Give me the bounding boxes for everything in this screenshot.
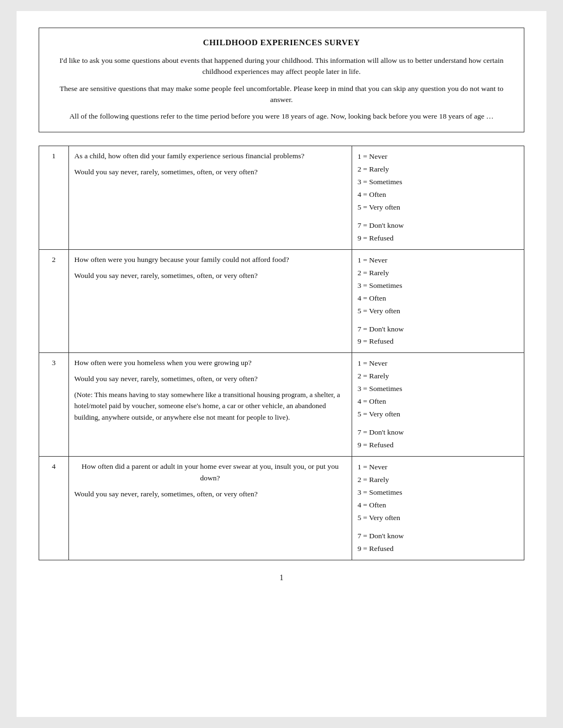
option: 9 = Refused — [358, 335, 518, 348]
answer-cell-4: 1 = Never 2 = Rarely 3 = Sometimes 4 = O… — [352, 456, 524, 560]
spacer — [358, 318, 518, 323]
answer-options-3: 1 = Never 2 = Rarely 3 = Sometimes 4 = O… — [358, 357, 518, 452]
option: 3 = Sometimes — [358, 280, 518, 292]
intro-box: CHILDHOOD EXPERIENCES SURVEY I'd like to… — [39, 28, 524, 132]
option: 2 = Rarely — [358, 163, 518, 176]
answer-cell-1: 1 = Never 2 = Rarely 3 = Sometimes 4 = O… — [352, 146, 524, 250]
question-cell-1: As a child, how often did your family ex… — [68, 146, 352, 250]
answer-options-2: 1 = Never 2 = Rarely 3 = Sometimes 4 = O… — [358, 254, 518, 349]
intro-p2: These are sensitive questions that may m… — [52, 83, 511, 106]
intro-p3: All of the following questions refer to … — [52, 111, 511, 122]
question-prompt-4: Would you say never, rarely, sometimes, … — [75, 489, 346, 500]
option: 5 = Very often — [358, 512, 518, 524]
option: 7 = Don't know — [358, 426, 518, 439]
spacer — [358, 214, 518, 220]
question-text-2: How often were you hungry because your f… — [75, 254, 346, 266]
option: 3 = Sometimes — [358, 486, 518, 499]
option: 9 = Refused — [358, 543, 518, 555]
option: 7 = Don't know — [358, 530, 518, 543]
option: 2 = Rarely — [358, 267, 518, 280]
table-row: 4 How often did a parent or adult in you… — [39, 456, 524, 560]
option: 2 = Rarely — [358, 474, 518, 486]
option: 4 = Often — [358, 189, 518, 201]
question-number-3: 3 — [39, 353, 69, 457]
option: 5 = Very often — [358, 305, 518, 318]
survey-title: CHILDHOOD EXPERIENCES SURVEY — [52, 38, 511, 47]
spacer — [358, 524, 518, 530]
option: 9 = Refused — [358, 439, 518, 452]
option: 1 = Never — [358, 461, 518, 474]
question-cell-3: How often were you homeless when you wer… — [68, 353, 352, 457]
table-row: 3 How often were you homeless when you w… — [39, 353, 524, 457]
page: CHILDHOOD EXPERIENCES SURVEY I'd like to… — [17, 11, 546, 717]
question-prompt-1: Would you say never, rarely, sometimes, … — [75, 167, 346, 178]
option: 2 = Rarely — [358, 370, 518, 383]
option: 1 = Never — [358, 357, 518, 370]
question-prompt-3: Would you say never, rarely, sometimes, … — [75, 373, 346, 385]
option: 1 = Never — [358, 254, 518, 267]
question-text-1: As a child, how often did your family ex… — [75, 151, 346, 162]
answer-cell-2: 1 = Never 2 = Rarely 3 = Sometimes 4 = O… — [352, 249, 524, 353]
question-text-3: How often were you homeless when you wer… — [75, 357, 346, 369]
question-number-1: 1 — [39, 146, 69, 250]
option: 7 = Don't know — [358, 323, 518, 336]
answer-options-4: 1 = Never 2 = Rarely 3 = Sometimes 4 = O… — [358, 461, 518, 555]
spacer — [358, 421, 518, 426]
question-cell-4: How often did a parent or adult in your … — [68, 456, 352, 560]
answer-options-1: 1 = Never 2 = Rarely 3 = Sometimes 4 = O… — [358, 151, 518, 245]
intro-p1: I'd like to ask you some questions about… — [52, 55, 511, 78]
question-number-2: 2 — [39, 249, 69, 353]
answer-cell-3: 1 = Never 2 = Rarely 3 = Sometimes 4 = O… — [352, 353, 524, 457]
option: 4 = Often — [358, 292, 518, 305]
page-number: 1 — [39, 574, 524, 582]
question-cell-2: How often were you hungry because your f… — [68, 249, 352, 353]
option: 9 = Refused — [358, 232, 518, 245]
option: 3 = Sometimes — [358, 176, 518, 189]
option: 4 = Often — [358, 499, 518, 512]
table-row: 2 How often were you hungry because your… — [39, 249, 524, 353]
option: 3 = Sometimes — [358, 383, 518, 395]
survey-table: 1 As a child, how often did your family … — [39, 146, 524, 560]
option: 5 = Very often — [358, 408, 518, 421]
table-row: 1 As a child, how often did your family … — [39, 146, 524, 250]
option: 7 = Don't know — [358, 220, 518, 232]
question-number-4: 4 — [39, 456, 69, 560]
option: 4 = Often — [358, 395, 518, 408]
question-text-4: How often did a parent or adult in your … — [75, 461, 346, 484]
option: 1 = Never — [358, 151, 518, 163]
question-note-3: (Note: This means having to stay somewhe… — [75, 389, 346, 422]
option: 5 = Very often — [358, 201, 518, 214]
question-prompt-2: Would you say never, rarely, sometimes, … — [75, 270, 346, 282]
